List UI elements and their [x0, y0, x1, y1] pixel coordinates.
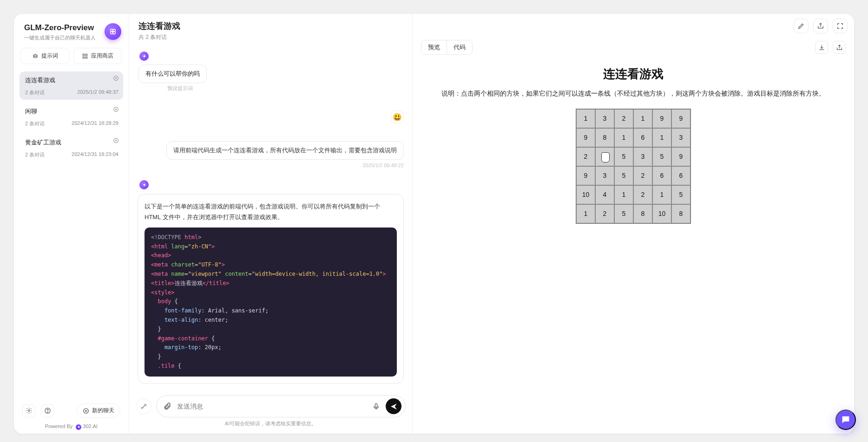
share-mini-button[interactable]: [833, 41, 846, 54]
share-button[interactable]: [813, 19, 828, 33]
game-cell[interactable]: 1: [576, 109, 595, 128]
send-button[interactable]: [386, 398, 401, 414]
code-block[interactable]: <!DOCTYPE html> <html lang="zh-CN"> <hea…: [145, 228, 397, 377]
preview-column: 预览 代码 连连看游戏 说明：点击两个相同的方块，如果它们之间可以连成一条线（不…: [413, 14, 854, 434]
tab-code[interactable]: 代码: [447, 40, 472, 54]
user-avatar-emoji: 😃: [391, 110, 404, 124]
game-cell[interactable]: 5: [614, 147, 633, 166]
floating-chat-button[interactable]: [835, 410, 856, 430]
game-cell[interactable]: 2: [595, 204, 614, 223]
game-cell[interactable]: 2: [633, 185, 652, 204]
chat-scroll[interactable]: ✦ 有什么可以帮你的吗 预设提示词 😃 请用前端代码生成一个连连看游戏，所有代码…: [129, 46, 412, 390]
robot-icon: [32, 53, 39, 59]
game-cell[interactable]: 2: [614, 109, 633, 128]
sidebar-tabs: 提示词 应用商店: [20, 48, 123, 69]
game-cell[interactable]: 1: [652, 128, 671, 147]
svg-point-1: [113, 29, 115, 32]
attach-button[interactable]: [162, 401, 172, 411]
game-cell[interactable]: 3: [671, 128, 690, 147]
conversation-item[interactable]: 黄金矿工游戏 2 条对话 2024/12/31 18:23:04: [20, 134, 123, 162]
delete-icon[interactable]: [112, 105, 119, 113]
edit-button[interactable]: [794, 19, 809, 33]
tab-appstore[interactable]: 应用商店: [73, 48, 123, 64]
share-icon: [836, 44, 843, 51]
game-cell[interactable]: 2: [576, 147, 595, 166]
game-cell[interactable]: 9: [576, 128, 595, 147]
game-cell[interactable]: 5: [652, 147, 671, 166]
user-emoji-row: 😃: [138, 110, 404, 124]
magic-button[interactable]: [136, 398, 151, 414]
preview-pane: 连连看游戏 说明：点击两个相同的方块，如果它们之间可以连成一条线（不经过其他方块…: [413, 55, 854, 434]
game-cell[interactable]: 8: [671, 204, 690, 223]
help-button[interactable]: [41, 404, 54, 417]
brand-dot-icon: ★: [76, 424, 81, 430]
game-cell[interactable]: 1: [652, 185, 671, 204]
delete-icon[interactable]: [112, 136, 119, 144]
game-cell[interactable]: 1: [633, 109, 652, 128]
game-cell[interactable]: 8: [595, 128, 614, 147]
game-cell[interactable]: 3: [633, 147, 652, 166]
game-cell[interactable]: 9: [671, 147, 690, 166]
disclaimer: AI可能会犯错误，请考虑核实重要信息。: [136, 417, 406, 432]
assistant-message: ✦ 以下是一个简单的连连看游戏的前端代码，包含游戏说明。你可以将所有代码复制到一…: [138, 180, 404, 384]
conversation-count: 2 条对话: [25, 89, 45, 96]
game-cell[interactable]: 5: [671, 185, 690, 204]
delete-icon[interactable]: [112, 74, 119, 82]
app-subtitle: 一键生成属于自己的聊天机器人: [24, 34, 101, 41]
user-bubble: 请用前端代码生成一个连连看游戏，所有代码放在一个文件输出，需要包含游戏说明: [166, 141, 404, 160]
new-chat-label: 新的聊天: [92, 407, 114, 415]
game-cell[interactable]: 3: [595, 109, 614, 128]
game-cell[interactable]: 1: [576, 204, 595, 223]
message-input[interactable]: [177, 403, 366, 410]
game-cell[interactable]: 4: [595, 185, 614, 204]
game-cell[interactable]: 10: [652, 204, 671, 223]
assistant-avatar-icon: ✦: [139, 180, 149, 189]
conversation-item[interactable]: 连连看游戏 2 条对话 2025/1/2 09:48:37: [20, 72, 123, 100]
game-cell[interactable]: 9: [652, 109, 671, 128]
preset-note: 预设提示词: [167, 85, 404, 92]
game-cell[interactable]: 1: [614, 185, 633, 204]
game-cell[interactable]: [595, 147, 614, 166]
app-title: GLM-Zero-Preview: [24, 23, 101, 32]
game-cell[interactable]: 9: [671, 109, 690, 128]
powered-brand: 302.AI: [83, 423, 98, 429]
game-cell[interactable]: 8: [633, 204, 652, 223]
chat-column: 连连看游戏 共 2 条对话 ✦ 有什么可以帮你的吗 预设提示词 😃 请用前端代码…: [129, 14, 413, 434]
svg-rect-10: [85, 57, 87, 58]
send-icon: [390, 403, 398, 410]
svg-point-14: [28, 410, 30, 412]
game-cell[interactable]: 2: [633, 166, 652, 185]
new-chat-button[interactable]: 新的聊天: [77, 403, 120, 418]
preview-tabs-row: 预览 代码: [413, 38, 854, 55]
tab-prompt-label: 提示词: [41, 52, 58, 60]
game-cell[interactable]: 1: [614, 128, 633, 147]
conversation-title: 黄金矿工游戏: [25, 138, 118, 147]
gear-icon: [26, 407, 33, 414]
tab-prompt[interactable]: 提示词: [20, 48, 70, 64]
svg-rect-9: [83, 57, 85, 58]
game-cell[interactable]: 6: [671, 166, 690, 185]
svg-rect-18: [375, 403, 377, 408]
expand-button[interactable]: [833, 19, 848, 33]
conversation-time: 2024/12/31 18:23:04: [72, 151, 118, 158]
game-cell[interactable]: 6: [652, 166, 671, 185]
share-icon: [817, 22, 824, 30]
mic-button[interactable]: [371, 401, 381, 411]
game-cell[interactable]: 5: [614, 204, 633, 223]
game-cell[interactable]: 5: [614, 166, 633, 185]
wand-icon: [140, 403, 148, 410]
tab-preview[interactable]: 预览: [421, 40, 447, 54]
settings-button[interactable]: [22, 404, 35, 417]
composer-input-wrap: [156, 395, 406, 417]
game-cell[interactable]: 10: [576, 185, 595, 204]
conversation-item[interactable]: 闲聊 2 条对话 2024/12/31 18:28:29: [20, 103, 123, 131]
game-cell[interactable]: 3: [595, 166, 614, 185]
svg-point-6: [36, 56, 36, 56]
game-cell[interactable]: 6: [633, 128, 652, 147]
conversation-title: 闲聊: [25, 107, 118, 116]
game-cell[interactable]: 9: [576, 166, 595, 185]
sidebar: GLM-Zero-Preview 一键生成属于自己的聊天机器人 提示词 应用商店: [14, 14, 129, 434]
assistant-message: ✦ 有什么可以帮你的吗 预设提示词: [138, 52, 404, 92]
sidebar-header: GLM-Zero-Preview 一键生成属于自己的聊天机器人: [20, 20, 123, 48]
download-button[interactable]: [815, 41, 828, 54]
